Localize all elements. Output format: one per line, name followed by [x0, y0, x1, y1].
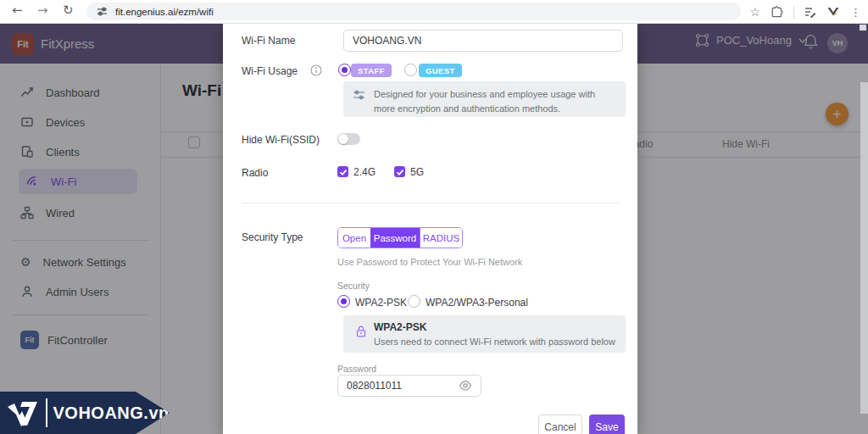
site-settings-icon[interactable]: [97, 6, 108, 17]
scrollbar-thumb[interactable]: [860, 82, 868, 414]
notes-extension-icon[interactable]: [804, 6, 816, 18]
security-type-radius[interactable]: RADIUS: [420, 228, 462, 248]
security-type-open[interactable]: Open: [338, 228, 370, 248]
wifi-settings-modal: Wi-Fi Name Wi-Fi Usage STAFF GUEST Desig…: [223, 24, 637, 434]
vohoang-logo-icon: [5, 397, 42, 429]
radio-5g-checkbox[interactable]: [394, 166, 405, 177]
browser-toolbar: ← → ↻ fit.engenius.ai/ezm/wifi ☆: [0, 0, 868, 24]
wifi-name-label: Wi-Fi Name: [242, 35, 295, 47]
watermark-banner: VOHOANG.vn: [0, 392, 170, 434]
security-info-text: Users need to connect Wi-Fi network with…: [374, 335, 615, 349]
security-type-segmented: Open Password RADIUS: [337, 227, 463, 248]
scrollbar-corner: [860, 25, 866, 31]
back-icon[interactable]: ←: [12, 3, 23, 18]
watermark-divider: [46, 398, 47, 427]
url-text: fit.engenius.ai/ezm/wifi: [115, 7, 214, 17]
wpa2-psk-radio[interactable]: [337, 295, 350, 308]
guest-badge[interactable]: GUEST: [419, 64, 462, 77]
vohoang-watermark: VOHOANG.vn: [0, 392, 170, 434]
wpa2-wpa3-radio[interactable]: [408, 295, 420, 308]
security-type-helper: Use Password to Protect Your Wi-Fi Netwo…: [337, 257, 522, 267]
hide-ssid-label: Hide Wi-Fi(SSID): [242, 134, 320, 146]
refresh-icon[interactable]: ↻: [63, 3, 74, 18]
browser-menu-icon[interactable]: ⋮: [850, 6, 861, 19]
security-info-box: WPA2-PSK Users need to connect Wi-Fi net…: [343, 315, 626, 353]
wpa2-wpa3-label[interactable]: WPA2/WPA3-Personal: [426, 297, 528, 309]
section-divider: [242, 203, 619, 203]
vohoang-extension-icon[interactable]: [826, 6, 840, 18]
wifi-usage-label: Wi-Fi Usage: [242, 65, 298, 77]
usage-info-text: Designed for your business and employee …: [374, 87, 615, 116]
usage-sliders-icon: [353, 89, 365, 101]
check-icon: [395, 167, 405, 177]
guest-radio[interactable]: [404, 64, 417, 76]
wpa2-psk-label[interactable]: WPA2-PSK: [355, 297, 407, 309]
bookmark-icon[interactable]: ☆: [749, 5, 760, 19]
cancel-button[interactable]: Cancel: [538, 415, 582, 434]
forward-icon[interactable]: →: [37, 3, 48, 18]
toolbar-divider: [793, 6, 794, 19]
hide-ssid-toggle[interactable]: [337, 133, 360, 145]
save-button[interactable]: Save: [589, 415, 625, 434]
password-label: Password: [337, 364, 376, 374]
radio-label: Radio: [242, 167, 268, 179]
check-icon: [338, 167, 348, 177]
eye-icon[interactable]: [459, 380, 472, 392]
watermark-text: VOHOANG.vn: [53, 403, 170, 423]
security-type-label: Security Type: [242, 231, 303, 243]
radio-24g-label[interactable]: 2.4G: [353, 166, 376, 178]
info-icon[interactable]: [310, 64, 322, 76]
url-bar[interactable]: fit.engenius.ai/ezm/wifi: [86, 3, 741, 20]
staff-badge[interactable]: STAFF: [351, 64, 392, 77]
staff-radio[interactable]: [338, 64, 351, 76]
wifi-name-input[interactable]: [343, 30, 623, 52]
radio-5g-label[interactable]: 5G: [410, 166, 424, 178]
security-label: Security: [337, 281, 370, 291]
usage-info-box: Designed for your business and employee …: [343, 81, 626, 117]
radio-24g-checkbox[interactable]: [337, 166, 348, 177]
security-type-password[interactable]: Password: [370, 228, 420, 248]
lock-icon: [354, 325, 368, 338]
screen: ← → ↻ fit.engenius.ai/ezm/wifi ☆: [0, 0, 868, 434]
security-info-title: WPA2-PSK: [374, 321, 426, 333]
extensions-icon[interactable]: [771, 6, 783, 19]
